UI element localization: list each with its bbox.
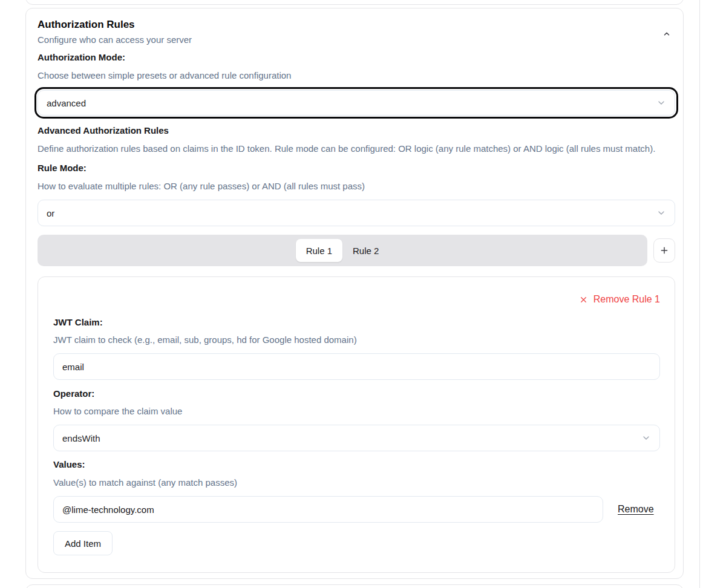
rule-mode-label: Rule Mode: — [38, 163, 675, 174]
values-label: Values: — [53, 459, 660, 470]
rule-mode-select[interactable]: or — [38, 200, 675, 226]
values-description: Value(s) to match against (any match pas… — [53, 477, 660, 489]
operator-value: endsWith — [62, 433, 100, 443]
authorization-mode-description: Choose between simple presets or advance… — [38, 70, 675, 82]
advanced-rules-title: Advanced Authorization Rules — [38, 125, 675, 136]
rule-mode-value: or — [47, 208, 54, 218]
tab-rule-1[interactable]: Rule 1 — [296, 239, 342, 262]
section-title: Authorization Rules — [38, 19, 675, 31]
add-rule-button[interactable] — [653, 238, 675, 263]
remove-rule-label: Remove Rule 1 — [593, 294, 660, 305]
remove-rule-button[interactable]: Remove Rule 1 — [579, 294, 660, 305]
chevron-down-icon — [641, 433, 651, 443]
rule-mode-description: How to evaluate multiple rules: OR (any … — [38, 180, 675, 192]
plus-icon — [659, 246, 669, 255]
jwt-claim-description: JWT claim to check (e.g., email, sub, gr… — [53, 334, 660, 346]
remove-rule-row: Remove Rule 1 — [53, 294, 660, 305]
rule-1-panel: Remove Rule 1 JWT Claim: JWT claim to ch… — [38, 276, 675, 573]
add-item-button[interactable]: Add Item — [53, 531, 113, 555]
operator-description: How to compare the claim value — [53, 405, 660, 417]
authorization-mode-select[interactable]: advanced — [38, 90, 675, 116]
x-icon — [579, 295, 588, 304]
rule-tabs-row: Rule 1 Rule 2 — [38, 235, 675, 266]
settings-page: Authorization Rules Configure who can ac… — [0, 0, 703, 588]
value-input[interactable] — [53, 496, 603, 523]
chevron-down-icon — [656, 98, 666, 108]
chevron-up-icon — [662, 30, 671, 38]
section-subtitle: Configure who can access your server — [38, 34, 675, 46]
jwt-claim-label: JWT Claim: — [53, 317, 660, 328]
authorization-rules-card: Authorization Rules Configure who can ac… — [25, 8, 684, 579]
previous-card-edge — [25, 0, 684, 5]
value-item-row: Remove — [53, 496, 660, 523]
operator-select[interactable]: endsWith — [53, 425, 660, 451]
authorization-mode-value: advanced — [47, 98, 86, 108]
page-right-divider — [699, 0, 700, 588]
remove-value-link[interactable]: Remove — [618, 504, 654, 515]
chevron-down-icon — [656, 208, 666, 218]
collapse-section-button[interactable] — [660, 27, 673, 41]
next-card-edge — [25, 584, 684, 588]
rule-tabs-list: Rule 1 Rule 2 — [38, 235, 647, 266]
advanced-rules-description: Define authorization rules based on clai… — [38, 143, 675, 155]
operator-label: Operator: — [53, 388, 660, 399]
jwt-claim-input[interactable] — [53, 353, 660, 380]
tab-rule-2[interactable]: Rule 2 — [342, 239, 389, 262]
authorization-mode-label: Authorization Mode: — [38, 52, 675, 63]
